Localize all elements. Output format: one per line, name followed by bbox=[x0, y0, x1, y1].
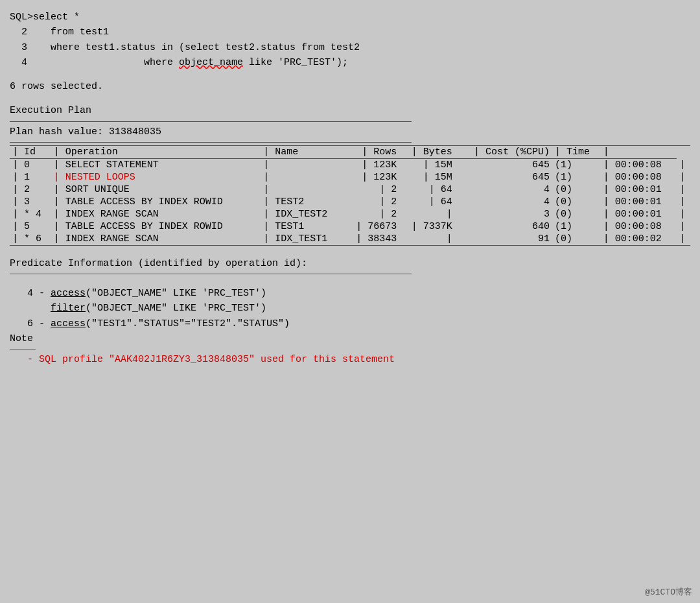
execution-plan-label: Execution Plan bbox=[10, 103, 690, 118]
table-row: | * 6| INDEX RANGE SCAN | IDX_TEST1| 383… bbox=[10, 233, 690, 245]
table-cell: | INDEX RANGE SCAN bbox=[51, 233, 261, 245]
table-row: | 3| TABLE ACCESS BY INDEX ROWID| TEST2 … bbox=[10, 196, 690, 208]
table-row: | * 4| INDEX RANGE SCAN | IDX_TEST2| 2| … bbox=[10, 208, 690, 220]
plan-table-container: | Id | Operation | Name | Rows | Bytes |… bbox=[10, 145, 690, 246]
table-cell: (1) bbox=[552, 171, 601, 183]
table-cell: | 00:00:01 bbox=[601, 183, 677, 196]
table-cell: | 00:00:08 bbox=[601, 158, 677, 171]
col-cost: | Cost (%CPU) bbox=[455, 146, 552, 159]
watermark: @51CTO博客 bbox=[645, 586, 692, 598]
table-cell: | 64 bbox=[399, 196, 454, 208]
sql-line4: 4 where object_name like 'PRC_TEST'); bbox=[10, 55, 690, 70]
table-cell: | 00:00:08 bbox=[601, 171, 677, 183]
table-cell: (0) bbox=[552, 196, 601, 208]
table-cell: | bbox=[677, 220, 690, 233]
predicate-label: Predicate Information (identified by ope… bbox=[10, 256, 690, 271]
section-divider-2 bbox=[10, 142, 412, 143]
table-row: | 2| SORT UNIQUE | | 2| 64 4(0)| 00:00:0… bbox=[10, 183, 690, 196]
plan-table-body: | 0| SELECT STATEMENT | | 123K| 15M 645(… bbox=[10, 158, 690, 245]
table-cell: (0) bbox=[552, 183, 601, 196]
section-divider-3 bbox=[10, 274, 412, 274]
table-cell: | 3 bbox=[10, 196, 51, 208]
table-row: | 5| TABLE ACCESS BY INDEX ROWID| TEST1 … bbox=[10, 220, 690, 233]
col-operation: | Operation bbox=[51, 146, 261, 159]
table-cell: | bbox=[399, 208, 454, 220]
table-cell: | bbox=[399, 233, 454, 245]
table-cell: | SORT UNIQUE bbox=[51, 183, 261, 196]
table-cell: | 1 bbox=[10, 171, 51, 183]
table-cell: | bbox=[261, 183, 344, 196]
col-rows: | Rows bbox=[344, 146, 399, 159]
note-line: - SQL profile "AAK402J1R6ZY3_313848035" … bbox=[10, 352, 690, 367]
pred3: 6 - access("TEST1"."STATUS"="TEST2"."STA… bbox=[10, 316, 690, 331]
table-cell: | 15M bbox=[399, 171, 454, 183]
col-end: | bbox=[601, 146, 677, 159]
sql-line2: 2 from test1 bbox=[10, 25, 690, 40]
col-bytes: | Bytes bbox=[399, 146, 454, 159]
table-cell: | 7337K bbox=[399, 220, 454, 233]
table-cell: | 00:00:01 bbox=[601, 208, 677, 220]
rows-selected: 6 rows selected. bbox=[10, 79, 690, 94]
table-cell: | bbox=[261, 158, 344, 171]
col-time: | Time bbox=[552, 146, 601, 159]
sql-prompt-line: SQL>select * bbox=[10, 10, 690, 25]
table-cell: | bbox=[677, 171, 690, 183]
table-cell: | 76673 bbox=[344, 220, 399, 233]
table-cell: | SELECT STATEMENT bbox=[51, 158, 261, 171]
note-divider bbox=[10, 349, 36, 349]
sql-line3: 3 where test1.status in (select test2.st… bbox=[10, 40, 690, 55]
table-cell: | 38343 bbox=[344, 233, 399, 245]
plan-table-header: | Id | Operation | Name | Rows | Bytes |… bbox=[10, 146, 690, 159]
table-cell: 4 bbox=[455, 196, 552, 208]
table-cell: | 2 bbox=[344, 196, 399, 208]
terminal-output: SQL>select * 2 from test1 3 where test1.… bbox=[10, 6, 690, 370]
table-cell: | IDX_TEST1 bbox=[261, 233, 344, 245]
table-row: | 1| NESTED LOOPS | | 123K| 15M 645(1)| … bbox=[10, 171, 690, 183]
pred2: filter("OBJECT_NAME" LIKE 'PRC_TEST') bbox=[10, 301, 690, 316]
table-cell: (1) bbox=[552, 158, 601, 171]
pred1: 4 - access("OBJECT_NAME" LIKE 'PRC_TEST'… bbox=[10, 286, 690, 301]
table-cell: | bbox=[677, 183, 690, 196]
table-cell: | 2 bbox=[344, 208, 399, 220]
table-cell: (0) bbox=[552, 233, 601, 245]
table-cell: | INDEX RANGE SCAN bbox=[51, 208, 261, 220]
section-divider-1 bbox=[10, 121, 412, 122]
table-cell: | IDX_TEST2 bbox=[261, 208, 344, 220]
table-cell: | bbox=[261, 171, 344, 183]
table-cell: 91 bbox=[455, 233, 552, 245]
table-cell: | TEST2 bbox=[261, 196, 344, 208]
table-cell: 645 bbox=[455, 158, 552, 171]
table-cell: | 123K bbox=[344, 158, 399, 171]
table-cell: | 2 bbox=[10, 183, 51, 196]
col-name: | Name bbox=[261, 146, 344, 159]
table-cell: | 2 bbox=[344, 183, 399, 196]
table-cell: | TABLE ACCESS BY INDEX ROWID bbox=[51, 220, 261, 233]
table-cell: | bbox=[677, 233, 690, 245]
table-cell: | bbox=[677, 158, 690, 171]
note-label: Note bbox=[10, 331, 690, 346]
table-cell: | * 4 bbox=[10, 208, 51, 220]
execution-plan-table: | Id | Operation | Name | Rows | Bytes |… bbox=[10, 146, 690, 245]
table-cell: | TABLE ACCESS BY INDEX ROWID bbox=[51, 196, 261, 208]
table-row: | 0| SELECT STATEMENT | | 123K| 15M 645(… bbox=[10, 158, 690, 171]
table-cell: 640 bbox=[455, 220, 552, 233]
table-cell: 3 bbox=[455, 208, 552, 220]
table-cell: 645 bbox=[455, 171, 552, 183]
table-cell: | 00:00:01 bbox=[601, 196, 677, 208]
table-cell: | 123K bbox=[344, 171, 399, 183]
table-cell: | 5 bbox=[10, 220, 51, 233]
table-cell: | 00:00:08 bbox=[601, 220, 677, 233]
table-cell: | 64 bbox=[399, 183, 454, 196]
table-cell: | 00:00:02 bbox=[601, 233, 677, 245]
table-cell: 4 bbox=[455, 183, 552, 196]
table-cell: (0) bbox=[552, 208, 601, 220]
table-cell: | NESTED LOOPS bbox=[51, 171, 261, 183]
table-cell: | TEST1 bbox=[261, 220, 344, 233]
table-cell: | 0 bbox=[10, 158, 51, 171]
table-cell: | bbox=[677, 208, 690, 220]
table-cell: | 15M bbox=[399, 158, 454, 171]
table-cell: | bbox=[677, 196, 690, 208]
table-cell: | * 6 bbox=[10, 233, 51, 245]
col-id: | Id bbox=[10, 146, 51, 159]
plan-hash-label: Plan hash value: 313848035 bbox=[10, 124, 690, 139]
